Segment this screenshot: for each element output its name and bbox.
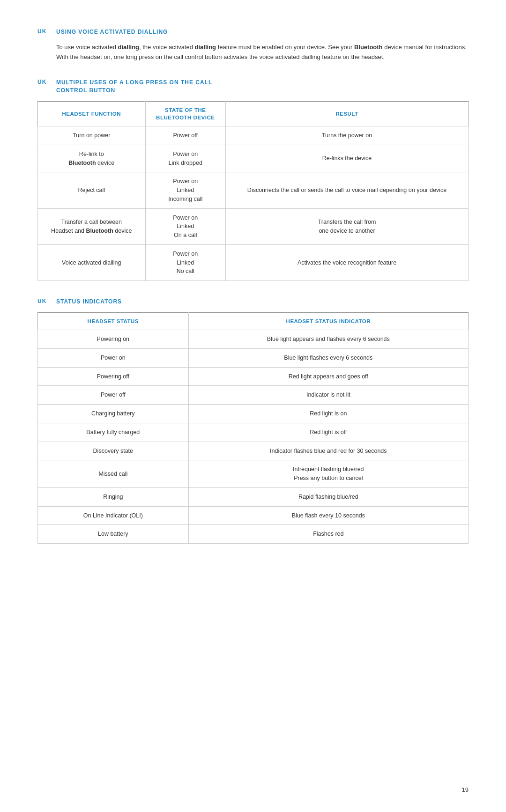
status-cell: Powering on: [38, 330, 189, 349]
section2-header: UK MULTIPLE USES OF A LONG PRESS ON THE …: [37, 79, 469, 95]
status-cell: Battery fully charged: [38, 423, 189, 442]
col-headset-status: HEADSET STATUS: [38, 312, 189, 330]
section-multiple-uses: UK MULTIPLE USES OF A LONG PRESS ON THE …: [37, 79, 469, 281]
table-row: Powering off Red light appears and goes …: [38, 367, 469, 386]
table-row: Re-link toBluetooth device Power onLink …: [38, 145, 469, 172]
status-cell: On Line Indicator (OLI): [38, 506, 189, 525]
section-status-indicators: UK STATUS INDICATORS HEADSET STATUS HEAD…: [37, 298, 469, 544]
status-cell: Missed call: [38, 460, 189, 488]
indicator-cell: Red light is on: [188, 405, 468, 423]
section1-header: UK USING VOICE ACTIVATED DIALLING: [37, 28, 469, 36]
indicator-cell: Indicator is not lit: [188, 386, 468, 405]
result-cell: Turns the power on: [225, 126, 468, 145]
indicator-cell: Blue light appears and flashes every 6 s…: [188, 330, 468, 349]
status-cell: Power on: [38, 348, 189, 367]
table-row: Powering on Blue light appears and flash…: [38, 330, 469, 349]
table-row: Missed call Infrequent flashing blue/red…: [38, 460, 469, 488]
col-result: RESULT: [225, 101, 468, 126]
indicator-cell: Flashes red: [188, 525, 468, 544]
table-row: Power on Blue light flashes every 6 seco…: [38, 348, 469, 367]
result-cell: Re-links the device: [225, 145, 468, 172]
table-row: Charging battery Red light is on: [38, 405, 469, 423]
col-state-bluetooth: STATE OF THEBLUETOOTH DEVICE: [145, 101, 225, 126]
state-cell: Power onLinkedIncoming call: [145, 172, 225, 208]
function-cell: Reject call: [38, 172, 146, 208]
function-cell: Turn on power: [38, 126, 146, 145]
section1-title: USING VOICE ACTIVATED DIALLING: [56, 28, 168, 36]
result-cell: Transfers the call fromone device to ano…: [225, 208, 468, 244]
table-row: Discovery state Indicator flashes blue a…: [38, 442, 469, 460]
section2-title: MULTIPLE USES OF A LONG PRESS ON THE CAL…: [56, 79, 212, 95]
col-headset-function: HEADSET FUNCTION: [38, 101, 146, 126]
table-row: Low battery Flashes red: [38, 525, 469, 544]
status-cell: Discovery state: [38, 442, 189, 460]
table-row: On Line Indicator (OLI) Blue flash every…: [38, 506, 469, 525]
table-header-row: HEADSET FUNCTION STATE OF THEBLUETOOTH D…: [38, 101, 469, 126]
status-cell: Low battery: [38, 525, 189, 544]
section3-header: UK STATUS INDICATORS: [37, 298, 469, 306]
table-row: Voice activated dialling Power onLinkedN…: [38, 244, 469, 281]
status-cell: Charging battery: [38, 405, 189, 423]
page-number: 19: [462, 786, 469, 793]
table-row: Power off Indicator is not lit: [38, 386, 469, 405]
section1-text: To use voice activated dialling, the voi…: [56, 43, 469, 62]
result-cell: Activates the voice recognition feature: [225, 244, 468, 281]
table-row: Battery fully charged Red light is off: [38, 423, 469, 442]
status-cell: Power off: [38, 386, 189, 405]
indicator-cell: Red light appears and goes off: [188, 367, 468, 386]
section3-label: UK: [37, 298, 51, 304]
function-cell: Voice activated dialling: [38, 244, 146, 281]
table-row: Reject call Power onLinkedIncoming call …: [38, 172, 469, 208]
section-voice-dialling: UK USING VOICE ACTIVATED DIALLING To use…: [37, 28, 469, 62]
state-cell: Power onLinkedOn a call: [145, 208, 225, 244]
table-row: Turn on power Power off Turns the power …: [38, 126, 469, 145]
result-cell: Disconnects the call or sends the call t…: [225, 172, 468, 208]
indicator-cell: Infrequent flashing blue/redPress any bu…: [188, 460, 468, 488]
section1-body: To use voice activated dialling, the voi…: [37, 43, 469, 62]
table-row: Transfer a call betweenHeadset and Bluet…: [38, 208, 469, 244]
status-table-header-row: HEADSET STATUS HEADSET STATUS INDICATOR: [38, 312, 469, 330]
section1-label: UK: [37, 28, 51, 35]
function-cell: Re-link toBluetooth device: [38, 145, 146, 172]
indicator-cell: Blue flash every 10 seconds: [188, 506, 468, 525]
section3-title: STATUS INDICATORS: [56, 298, 122, 306]
multiple-uses-table: HEADSET FUNCTION STATE OF THEBLUETOOTH D…: [37, 101, 469, 281]
status-cell: Ringing: [38, 487, 189, 506]
col-headset-status-indicator: HEADSET STATUS INDICATOR: [188, 312, 468, 330]
indicator-cell: Rapid flashing blue/red: [188, 487, 468, 506]
function-cell: Transfer a call betweenHeadset and Bluet…: [38, 208, 146, 244]
status-indicators-table: HEADSET STATUS HEADSET STATUS INDICATOR …: [37, 312, 469, 544]
indicator-cell: Indicator flashes blue and red for 30 se…: [188, 442, 468, 460]
status-cell: Powering off: [38, 367, 189, 386]
indicator-cell: Red light is off: [188, 423, 468, 442]
state-cell: Power off: [145, 126, 225, 145]
table-row: Ringing Rapid flashing blue/red: [38, 487, 469, 506]
section2-label: UK: [37, 79, 51, 85]
state-cell: Power onLink dropped: [145, 145, 225, 172]
state-cell: Power onLinkedNo call: [145, 244, 225, 281]
indicator-cell: Blue light flashes every 6 seconds: [188, 348, 468, 367]
